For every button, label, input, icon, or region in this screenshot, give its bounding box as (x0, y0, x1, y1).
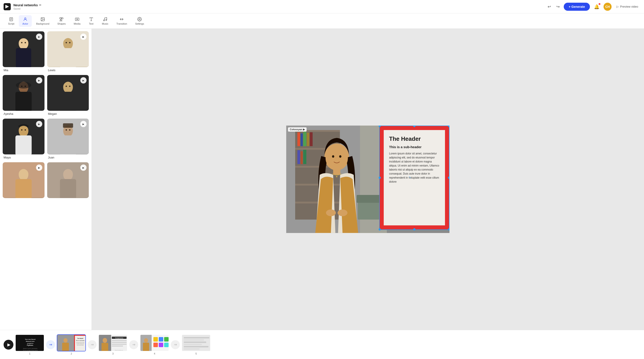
svg-rect-61 (60, 179, 76, 198)
redo-button[interactable]: ↪ (555, 3, 561, 11)
resize-handle-br[interactable] (448, 228, 450, 230)
toolbar-item-settings[interactable]: Settings (132, 15, 148, 27)
svg-rect-7 (60, 18, 62, 19)
preview-video-button[interactable]: ▷ Preview video (614, 4, 640, 10)
play-icon: ▶ (8, 342, 10, 347)
slide-thumbnail-wrap-3: Components Neural networks are... 3 (98, 334, 128, 355)
toolbar-actor-label: Actor (22, 22, 28, 25)
colossyan-badge: Colossyan ▶ (288, 127, 306, 132)
list-item[interactable]: ▶ Mia (3, 31, 44, 72)
svg-point-46 (21, 129, 22, 131)
transition-button-4-5[interactable]: ⇒ (171, 340, 180, 349)
toolbar-item-script[interactable]: Script (4, 15, 18, 27)
slide-thumbnail-wrap-1: Your own Neural Network from scratch in … (15, 334, 44, 355)
toolbar-item-text[interactable]: Text (85, 15, 98, 27)
toolbar-transition-label: Transition (116, 22, 127, 25)
play-actor-button[interactable]: ▶ (80, 34, 86, 40)
resize-handle-tl[interactable] (378, 126, 381, 127)
toolbar-item-shapes[interactable]: Shapes (54, 15, 69, 27)
play-actor-button[interactable]: ▶ (80, 77, 86, 84)
undo-button[interactable]: ↩ (546, 3, 552, 11)
project-title: Neural networks (14, 3, 38, 7)
svg-point-21 (21, 42, 22, 44)
svg-rect-19 (16, 48, 31, 67)
music-icon (103, 17, 107, 22)
list-item[interactable]: ▶ (47, 162, 89, 200)
svg-rect-115 (112, 342, 126, 343)
svg-point-45 (19, 126, 28, 135)
play-actor-button[interactable]: ▶ (80, 121, 86, 127)
transition-button-2-3[interactable]: ⇒ (88, 340, 96, 349)
resize-icon: ⤡ (409, 176, 411, 179)
slide-thumbnail-5[interactable] (182, 334, 211, 351)
svg-rect-87 (333, 169, 340, 175)
actor-name-maya: Maya (3, 154, 44, 160)
list-item[interactable]: ▶ (3, 162, 44, 200)
play-actor-button[interactable]: ▶ (36, 165, 42, 171)
svg-point-47 (24, 129, 26, 131)
edit-project-icon[interactable]: ✏ (39, 4, 41, 7)
slide-thumbnail-1[interactable]: Your own Neural Network from scratch in … (15, 334, 44, 351)
text-box-selection[interactable]: ⤡ (379, 126, 450, 230)
slide-thumbnail-2[interactable]: The Header This is a sub-header Lorem ip… (57, 334, 86, 351)
toolbar-settings-label: Settings (135, 22, 144, 25)
user-avatar[interactable]: CH (604, 3, 612, 11)
list-item[interactable]: ▶ Juan (47, 119, 89, 160)
transition-button-3-4[interactable]: ⇒ (129, 340, 138, 349)
toolbar-item-music[interactable]: Music (98, 15, 112, 27)
toolbar-item-background[interactable]: Background (33, 15, 53, 27)
timeline: ▶ Your own Neural Network from scratch i… (0, 330, 644, 359)
toolbar-item-transition[interactable]: Transition (113, 15, 131, 27)
actor-icon (23, 17, 28, 22)
list-item[interactable]: ▶ Ayesha (3, 75, 44, 116)
timeline-play-button[interactable]: ▶ (4, 340, 14, 349)
toolbar-item-actor[interactable]: Actor (19, 15, 32, 27)
svg-point-62 (63, 169, 73, 179)
list-item[interactable]: ▶ Megan (47, 75, 89, 116)
list-item[interactable]: ▶ Maya (3, 119, 44, 160)
svg-point-27 (66, 42, 67, 44)
list-item[interactable]: ▶ Lewis (47, 31, 89, 72)
svg-point-85 (332, 155, 334, 158)
actor-name-juan: Juan (47, 154, 89, 160)
play-actor-button[interactable]: ▶ (80, 165, 86, 171)
generate-button[interactable]: + Generate (564, 3, 590, 11)
play-actor-button[interactable]: ▶ (36, 34, 42, 40)
notifications-button[interactable]: 🔔 (592, 3, 601, 11)
canvas-area[interactable]: Colossyan ▶ The Header This is a sub-hea… (92, 29, 644, 330)
resize-handle-mr[interactable] (448, 177, 450, 179)
svg-rect-126 (154, 343, 158, 347)
svg-point-6 (42, 18, 42, 19)
transition-icon (120, 17, 124, 22)
slide-thumbnail-3[interactable]: Components Neural networks are... (98, 334, 128, 351)
svg-text:The inner workings of Deep Lea: The inner workings of Deep Learning (23, 349, 38, 351)
toolbar-shapes-label: Shapes (58, 22, 66, 25)
canvas-slide[interactable]: Colossyan ▶ The Header This is a sub-hea… (286, 126, 450, 233)
transition-arrow-icon: ⇒ (174, 342, 177, 347)
media-icon (75, 17, 80, 22)
topbar-actions: ↩ ↪ + Generate 🔔 CH ▷ Preview video (546, 3, 640, 11)
svg-rect-10 (75, 18, 79, 21)
play-actor-button[interactable]: ▶ (36, 77, 42, 84)
slide-num-1: 1 (29, 352, 30, 355)
script-icon (9, 17, 14, 22)
svg-rect-57 (16, 179, 32, 198)
transition-arrow-icon: ⇒ (91, 342, 94, 347)
toolbar-item-media[interactable]: Media (70, 15, 84, 27)
resize-handle-tc[interactable] (413, 126, 416, 127)
resize-handle-tr[interactable] (448, 126, 450, 127)
text-icon (89, 17, 94, 22)
toolbar-script-label: Script (8, 22, 14, 25)
svg-point-4 (24, 18, 26, 19)
svg-point-8 (62, 18, 63, 19)
svg-rect-123 (154, 337, 158, 341)
transition-button-1-2[interactable]: ⇒ (46, 340, 55, 349)
resize-handle-bc[interactable] (413, 228, 416, 230)
svg-text:Network from: Network from (26, 341, 35, 342)
slide-num-4: 4 (154, 352, 155, 355)
resize-handle-bl[interactable] (378, 228, 381, 230)
svg-rect-131 (184, 339, 204, 341)
play-actor-button[interactable]: ▶ (36, 121, 42, 127)
resize-handle-ml[interactable] (378, 177, 381, 179)
slide-thumbnail-4[interactable] (140, 334, 169, 351)
